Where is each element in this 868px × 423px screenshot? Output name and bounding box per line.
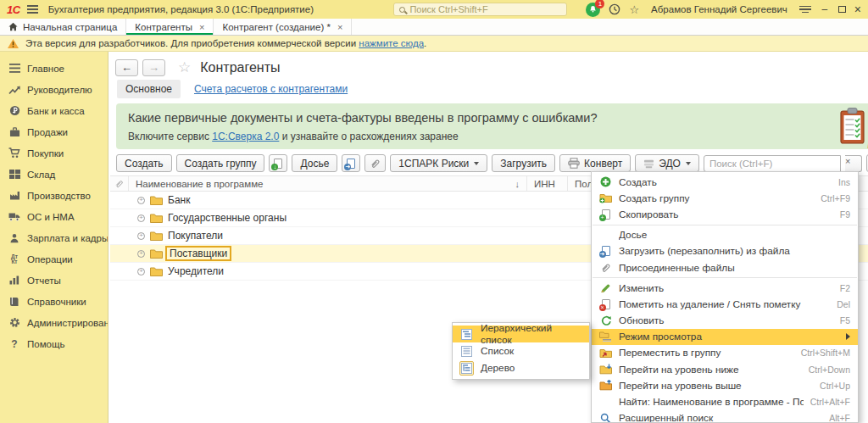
expand-icon[interactable] — [137, 268, 145, 276]
sverka-link[interactable]: 1С:Сверка 2.0 — [212, 131, 279, 142]
view-mode-icon — [599, 331, 612, 342]
doc-load-icon: ➜ — [347, 159, 355, 169]
expand-icon[interactable] — [137, 214, 145, 222]
menu-item-mark-deletion[interactable]: × Пометить на удаление / Снять пометку D… — [592, 296, 858, 312]
briefcase-icon — [8, 127, 21, 137]
list-search-input[interactable] — [704, 155, 841, 172]
dossier-button[interactable]: Досье — [292, 154, 337, 172]
home-icon — [8, 22, 18, 31]
expand-icon[interactable] — [137, 232, 145, 240]
refresh-icon — [599, 315, 612, 326]
notifications-bell-icon[interactable]: 1 — [586, 3, 600, 17]
service-menu-icon[interactable] — [799, 6, 811, 14]
menu-item-level-down[interactable]: Перейти на уровень ниже Ctrl+Down — [592, 361, 858, 377]
page-title: Контрагенты — [200, 60, 280, 75]
submenu-arrow-icon — [846, 333, 850, 340]
cart-icon — [8, 147, 21, 159]
paperclip-icon — [370, 158, 381, 170]
menu-item-edit[interactable]: Изменить F2 — [592, 280, 858, 296]
sidebar-item-reports[interactable]: Отчеты — [0, 270, 108, 291]
attached-files-button[interactable] — [364, 154, 386, 172]
page-tab-main[interactable]: Основное — [117, 80, 181, 98]
inn-column-header[interactable]: ИНН — [527, 176, 568, 191]
sidebar-item-salary-hr[interactable]: Зарплата и кадры — [0, 227, 108, 248]
title-bar: 1С Бухгалтерия предприятия, редакция 3.0… — [0, 0, 868, 19]
write-dossier-button[interactable]: ↓ — [269, 154, 287, 172]
sidebar-item-main[interactable]: Главное — [0, 58, 108, 79]
spark-risks-button[interactable]: 1СПАРК Риски — [390, 154, 487, 172]
history-icon[interactable] — [609, 3, 620, 15]
menu-item-move-to-group[interactable]: Переместить в группу Ctrl+Shift+M — [592, 345, 858, 361]
page-header: ← → ☆ Контрагенты × — [108, 52, 868, 78]
menu-item-create-group[interactable]: Создать группу Ctrl+F9 — [592, 190, 858, 206]
menu-item-attached-files[interactable]: Присоединенные файлы — [592, 259, 858, 276]
menu-item-advanced-search[interactable]: Расширенный поиск Alt+F — [592, 410, 858, 423]
submenu-item-hierarchical-list[interactable]: Иерархический список — [453, 326, 589, 342]
window-title: Бухгалтерия предприятия, редакция 3.0 (1… — [48, 4, 314, 14]
create-button[interactable]: Создать — [116, 154, 172, 172]
menu-item-load-from-file[interactable]: ➜ Загрузить (перезаполнить) из файла — [592, 243, 858, 259]
doc-green-icon: ↓ — [274, 159, 282, 169]
clear-search-button[interactable]: × — [845, 155, 862, 172]
warning-text: Эта версия для разработчиков. Для приобр… — [25, 38, 356, 48]
folder-icon — [150, 195, 163, 205]
add-to-favorites-star-icon[interactable]: ☆ — [178, 58, 191, 76]
book-icon — [8, 297, 21, 307]
load-button[interactable]: Загрузить — [492, 154, 555, 172]
doc-delete-icon: × — [599, 299, 612, 309]
minimize-button[interactable]: – — [820, 3, 830, 15]
buy-license-link[interactable]: нажмите сюда — [359, 38, 424, 48]
name-column-header[interactable]: Наименование в программе ↓ — [129, 176, 527, 191]
create-group-button[interactable]: Создать группу — [176, 154, 265, 172]
folder-plus-icon — [599, 192, 612, 203]
menu-item-dossier[interactable]: Досье — [592, 227, 858, 243]
load-from-file-button[interactable]: ➜ — [342, 154, 360, 172]
menu-item-level-up[interactable]: Перейти на уровень выше Ctrl+Up — [592, 377, 858, 393]
menu-item-view-mode[interactable]: Режим просмотра — [592, 329, 858, 345]
menu-item-copy[interactable]: + Скопировать F9 — [592, 206, 858, 222]
dropdown-arrow-icon — [686, 162, 691, 165]
forward-button[interactable]: → — [142, 59, 165, 76]
tree-icon-current — [459, 361, 474, 376]
banner-title: Какие первичные документы и счета-фактур… — [128, 111, 868, 125]
expand-icon[interactable] — [137, 197, 145, 204]
page-tab-settlement-accounts[interactable]: Счета расчетов с контрагентами — [194, 83, 348, 95]
tab-home[interactable]: Начальная страница — [0, 19, 126, 35]
folder-icon — [150, 248, 163, 259]
edo-button[interactable]: ЭДО — [635, 154, 699, 172]
global-search-placeholder: Поиск Ctrl+Shift+F — [409, 4, 487, 14]
favorites-star-icon[interactable]: ☆ — [629, 3, 639, 16]
sidebar-item-sales[interactable]: Продажи — [0, 121, 108, 142]
person-icon — [8, 233, 21, 243]
sidebar-item-bank-cash[interactable]: Банк и касса — [0, 100, 108, 121]
menu-item-create[interactable]: Создать Ins — [592, 174, 858, 190]
sidebar-item-administration[interactable]: Администрирование — [0, 312, 108, 333]
close-tab-icon[interactable]: × — [337, 22, 342, 32]
selected-cell: Поставщики — [165, 246, 231, 261]
folder-icon — [150, 213, 163, 223]
menu-item-refresh[interactable]: Обновить F5 — [592, 313, 858, 329]
grid-icon — [8, 170, 21, 179]
menu-item-find[interactable]: Найти: Наименование в программе - Постав… — [592, 393, 858, 409]
current-user[interactable]: Абрамов Геннадий Сергеевич — [651, 4, 787, 14]
close-tab-icon[interactable]: × — [199, 22, 204, 32]
tab-contractor-new[interactable]: Контрагент (создание) * × — [214, 19, 352, 35]
sidebar-item-fixed-assets[interactable]: ОС и НМА — [0, 206, 108, 227]
sidebar-item-operations[interactable]: ДтКт Операции — [0, 248, 108, 270]
expand-icon[interactable] — [137, 250, 145, 258]
maximize-button[interactable] — [838, 6, 846, 13]
sidebar-item-manager[interactable]: Руководителю — [0, 79, 108, 100]
submenu-item-tree[interactable]: Дерево — [453, 359, 589, 376]
sidebar-item-help[interactable]: ? Помощь — [0, 333, 108, 354]
sidebar-item-purchases[interactable]: Покупки — [0, 142, 108, 164]
sidebar-item-warehouse[interactable]: Склад — [0, 164, 108, 185]
attachment-column-header[interactable] — [110, 176, 129, 191]
sidebar-item-production[interactable]: Производство — [0, 185, 108, 206]
global-search-input[interactable]: Поиск Ctrl+Shift+F — [393, 3, 567, 16]
back-button[interactable]: ← — [115, 59, 138, 76]
envelope-button[interactable]: Конверт — [559, 154, 631, 172]
tab-contractors[interactable]: Контрагенты × — [126, 19, 214, 35]
sidebar-item-references[interactable]: Справочники — [0, 291, 108, 312]
main-menu-icon[interactable] — [27, 5, 38, 14]
close-window-button[interactable]: × — [854, 3, 861, 16]
